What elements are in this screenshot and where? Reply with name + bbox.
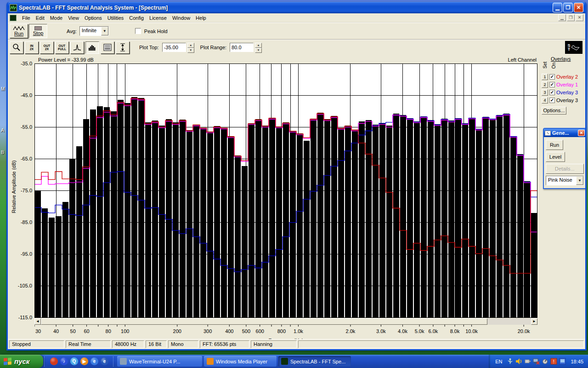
- display-options-button[interactable]: [101, 41, 114, 54]
- task-icon: [207, 358, 214, 365]
- vertical-range-button[interactable]: [116, 41, 130, 54]
- spin-up-icon[interactable]: ▲: [187, 43, 194, 48]
- menu-item-config[interactable]: Config: [126, 14, 147, 22]
- minimize-button[interactable]: ▁: [553, 3, 562, 12]
- zoom-glyph-text: OUT: [59, 44, 66, 47]
- spin-up-icon[interactable]: ▲: [255, 43, 262, 48]
- menu-item-edit[interactable]: Edit: [33, 14, 47, 22]
- status-field-5: Mono: [168, 340, 198, 348]
- generator-title-bar[interactable]: ∿ Gene... ✕: [544, 129, 585, 137]
- taskbar-task-3[interactable]: SpectraLAB - FFT Spe...: [278, 356, 351, 367]
- scrollbar-thumb[interactable]: [41, 318, 487, 325]
- mdi-minimize-button[interactable]: ▁: [558, 14, 566, 21]
- mdi-controls: ▁ ❐ ✕: [558, 14, 583, 21]
- x-tick-label: 600: [256, 328, 264, 334]
- overlay-options-button[interactable]: Options...: [542, 107, 566, 115]
- network-error-icon[interactable]: [533, 358, 540, 365]
- x-tick-label: 50: [70, 328, 76, 334]
- browser-icon[interactable]: e: [101, 357, 108, 365]
- start-label: пуск: [14, 357, 29, 365]
- horizontal-scrollbar[interactable]: ◄ ►: [34, 318, 537, 325]
- spin-down-icon[interactable]: ▼: [255, 48, 262, 53]
- plot-top-spinner[interactable]: ▲▼: [187, 43, 194, 52]
- run-button[interactable]: Run: [10, 24, 28, 38]
- quicktime-icon[interactable]: Q: [70, 357, 78, 365]
- menu-item-utilities[interactable]: Utilities: [105, 14, 126, 22]
- on-column-label: On: [551, 63, 556, 69]
- itunes-icon[interactable]: ♪: [60, 357, 68, 365]
- signal-trigger-icon[interactable]: ST: [565, 41, 582, 54]
- scrollbar-track[interactable]: [487, 318, 531, 325]
- mdi-restore-button[interactable]: ❐: [567, 14, 575, 21]
- scroll-left-icon[interactable]: ◄: [34, 318, 41, 325]
- menu-item-view[interactable]: View: [65, 14, 82, 22]
- internet-explorer-icon[interactable]: e: [90, 357, 98, 365]
- bar-display-button[interactable]: [85, 41, 99, 54]
- plot-range-input[interactable]: [230, 43, 254, 52]
- generator-level-button[interactable]: Level: [546, 152, 565, 162]
- taskbar-clock[interactable]: 18:45: [571, 359, 583, 364]
- desktop-icon-label[interactable]: M: [1, 86, 5, 92]
- device-icon[interactable]: [524, 358, 531, 365]
- generator-run-button[interactable]: Run: [546, 140, 563, 150]
- taskbar-task-2[interactable]: Windows Media Player: [204, 356, 277, 367]
- menu-item-file[interactable]: File: [19, 14, 33, 22]
- media-player-icon[interactable]: ▶: [80, 357, 88, 365]
- maximize-button[interactable]: ❐: [563, 3, 573, 12]
- task-icon: [281, 358, 288, 365]
- chevron-down-icon[interactable]: ▼: [576, 176, 583, 185]
- display-settings-icon[interactable]: [559, 358, 566, 365]
- usb-device-icon[interactable]: [507, 358, 514, 365]
- close-button[interactable]: ✕: [574, 3, 583, 12]
- generator-close-icon[interactable]: ✕: [578, 130, 585, 136]
- stop-icon: [34, 26, 42, 30]
- signal-type-combobox[interactable]: Pink Noise ▼: [546, 176, 584, 185]
- scroll-right-icon[interactable]: ►: [531, 318, 537, 325]
- plot-top-input[interactable]: [162, 43, 186, 52]
- chevron-down-icon[interactable]: ▼: [101, 27, 108, 35]
- overlay-set-button-4[interactable]: 4: [542, 97, 548, 104]
- desktop-icon-label[interactable]: B: [1, 150, 4, 155]
- spin-down-icon[interactable]: ▼: [187, 48, 194, 53]
- start-button[interactable]: пуск: [0, 355, 43, 368]
- peak-hold-checkbox[interactable]: [135, 28, 141, 34]
- window-title: SpectraLAB - FFT Spectral Analysis Syste…: [19, 5, 550, 11]
- title-bar[interactable]: SpectraLAB - FFT Spectral Analysis Syste…: [8, 2, 585, 13]
- status-field-2: Real Time: [66, 340, 111, 348]
- peak-display-button[interactable]: [70, 41, 84, 54]
- plot-range-spinner[interactable]: ▲▼: [255, 43, 262, 52]
- quick-launch: ♪Q▶ee: [46, 357, 112, 365]
- meter-icon[interactable]: [542, 358, 548, 365]
- overlay-checkbox-3[interactable]: ✓: [549, 90, 555, 95]
- mdi-child-icon[interactable]: [10, 15, 17, 21]
- overlay-checkbox-2[interactable]: ✓: [549, 82, 555, 87]
- download-master-icon[interactable]: [50, 357, 58, 365]
- overlay-set-button-1[interactable]: 1: [542, 74, 548, 80]
- mdi-close-button[interactable]: ✕: [576, 14, 583, 21]
- taskbar-task-1[interactable]: WaveTerminal-U24 P...: [117, 356, 202, 367]
- overlay-checkbox-4[interactable]: ✓: [549, 98, 555, 103]
- overlay-set-button-3[interactable]: 3: [542, 89, 548, 96]
- channel-label: Left Channel: [508, 57, 537, 63]
- menu-item-license[interactable]: License: [147, 14, 170, 22]
- zoom-tool-button[interactable]: [10, 41, 23, 54]
- menu-item-mode[interactable]: Mode: [47, 14, 66, 22]
- x-tick-label: 200: [173, 328, 181, 334]
- menu-item-options[interactable]: Options: [82, 14, 105, 22]
- alert-icon[interactable]: !: [550, 358, 557, 365]
- stop-button[interactable]: Stop: [29, 24, 47, 38]
- language-indicator[interactable]: EN: [495, 359, 502, 364]
- desktop-icon-label[interactable]: A: [1, 128, 4, 133]
- zoom-out-2x-button[interactable]: OUT2X: [40, 41, 54, 54]
- menu-item-window[interactable]: Window: [170, 14, 193, 22]
- magnifier-icon: [12, 43, 21, 52]
- overlay-set-button-2[interactable]: 2: [542, 81, 548, 88]
- zoom-in-2x-button[interactable]: IN2X: [25, 41, 39, 54]
- menu-item-help[interactable]: Help: [193, 14, 209, 22]
- desktop: { "window": { "title": "SpectraLAB - FFT…: [0, 0, 588, 368]
- volume-icon[interactable]: [515, 358, 522, 365]
- zoom-out-full-button[interactable]: OUTFULL: [55, 41, 69, 54]
- overlay-checkbox-1[interactable]: ✓: [549, 74, 555, 80]
- x-tick-label: 60: [84, 328, 89, 334]
- avg-combobox[interactable]: Infinite ▼: [79, 26, 109, 36]
